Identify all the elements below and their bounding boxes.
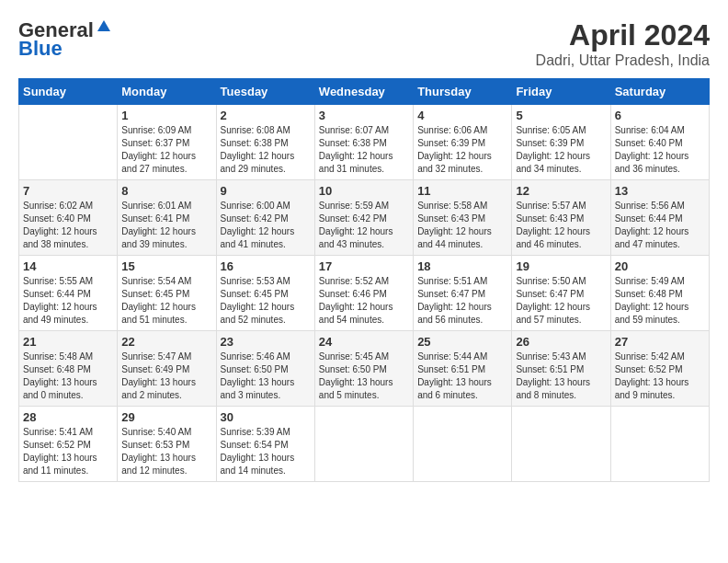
calendar-cell: 11Sunrise: 5:58 AM Sunset: 6:43 PM Dayli… — [414, 180, 512, 256]
calendar-cell: 10Sunrise: 5:59 AM Sunset: 6:42 PM Dayli… — [314, 180, 413, 256]
day-number: 9 — [221, 184, 311, 198]
day-info: Sunrise: 6:00 AM Sunset: 6:42 PM Dayligh… — [221, 200, 311, 251]
day-info: Sunrise: 5:39 AM Sunset: 6:54 PM Dayligh… — [221, 426, 311, 477]
day-info: Sunrise: 6:01 AM Sunset: 6:41 PM Dayligh… — [121, 200, 211, 251]
day-number: 17 — [319, 259, 409, 273]
calendar-cell: 13Sunrise: 5:56 AM Sunset: 6:44 PM Dayli… — [610, 180, 709, 256]
day-number: 24 — [319, 335, 409, 349]
day-info: Sunrise: 6:05 AM Sunset: 6:39 PM Dayligh… — [516, 124, 606, 176]
calendar-cell: 30Sunrise: 5:39 AM Sunset: 6:54 PM Dayli… — [216, 407, 314, 482]
calendar-cell: 2Sunrise: 6:08 AM Sunset: 6:38 PM Daylig… — [216, 105, 314, 180]
day-number: 27 — [615, 335, 705, 349]
day-info: Sunrise: 6:09 AM Sunset: 6:37 PM Dayligh… — [121, 124, 211, 176]
day-number: 11 — [417, 184, 507, 198]
calendar-cell: 18Sunrise: 5:51 AM Sunset: 6:47 PM Dayli… — [414, 256, 512, 331]
day-info: Sunrise: 5:49 AM Sunset: 6:48 PM Dayligh… — [615, 275, 705, 327]
day-info: Sunrise: 6:04 AM Sunset: 6:40 PM Dayligh… — [615, 124, 705, 176]
calendar-cell: 23Sunrise: 5:46 AM Sunset: 6:50 PM Dayli… — [216, 331, 314, 407]
header-day-wednesday: Wednesday — [314, 79, 413, 105]
header-day-monday: Monday — [118, 79, 216, 105]
calendar-cell: 3Sunrise: 6:07 AM Sunset: 6:38 PM Daylig… — [314, 105, 413, 180]
day-number: 25 — [417, 335, 507, 349]
day-number: 22 — [121, 335, 211, 349]
day-number: 28 — [23, 410, 113, 424]
calendar-cell: 4Sunrise: 6:06 AM Sunset: 6:39 PM Daylig… — [414, 105, 512, 180]
day-info: Sunrise: 5:57 AM Sunset: 6:43 PM Dayligh… — [516, 200, 606, 251]
day-number: 13 — [615, 184, 705, 198]
day-info: Sunrise: 5:43 AM Sunset: 6:51 PM Dayligh… — [516, 350, 606, 402]
calendar-header-row: SundayMondayTuesdayWednesdayThursdayFrid… — [19, 79, 710, 105]
day-info: Sunrise: 5:54 AM Sunset: 6:45 PM Dayligh… — [121, 275, 211, 327]
day-number: 20 — [615, 259, 705, 273]
logo-icon — [96, 18, 112, 35]
day-info: Sunrise: 5:53 AM Sunset: 6:45 PM Dayligh… — [221, 275, 311, 327]
calendar-cell: 19Sunrise: 5:50 AM Sunset: 6:47 PM Dayli… — [512, 256, 610, 331]
page-title: April 2024 — [536, 18, 710, 52]
logo: General Blue — [18, 18, 112, 61]
calendar-cell — [610, 407, 709, 482]
day-info: Sunrise: 6:07 AM Sunset: 6:38 PM Dayligh… — [319, 124, 409, 176]
calendar-cell: 29Sunrise: 5:40 AM Sunset: 6:53 PM Dayli… — [118, 407, 216, 482]
header-day-saturday: Saturday — [610, 79, 709, 105]
week-row-1: 1Sunrise: 6:09 AM Sunset: 6:37 PM Daylig… — [19, 105, 710, 180]
day-number: 2 — [221, 109, 311, 122]
day-info: Sunrise: 5:40 AM Sunset: 6:53 PM Dayligh… — [121, 426, 211, 477]
calendar-cell: 6Sunrise: 6:04 AM Sunset: 6:40 PM Daylig… — [610, 105, 709, 180]
week-row-2: 7Sunrise: 6:02 AM Sunset: 6:40 PM Daylig… — [19, 180, 710, 256]
calendar-cell: 7Sunrise: 6:02 AM Sunset: 6:40 PM Daylig… — [19, 180, 118, 256]
week-row-4: 21Sunrise: 5:48 AM Sunset: 6:48 PM Dayli… — [19, 331, 710, 407]
calendar-cell: 1Sunrise: 6:09 AM Sunset: 6:37 PM Daylig… — [118, 105, 216, 180]
calendar-cell: 20Sunrise: 5:49 AM Sunset: 6:48 PM Dayli… — [610, 256, 709, 331]
calendar-cell: 26Sunrise: 5:43 AM Sunset: 6:51 PM Dayli… — [512, 331, 610, 407]
day-info: Sunrise: 5:55 AM Sunset: 6:44 PM Dayligh… — [23, 275, 113, 327]
calendar-cell: 16Sunrise: 5:53 AM Sunset: 6:45 PM Dayli… — [216, 256, 314, 331]
day-number: 26 — [516, 335, 606, 349]
day-info: Sunrise: 5:42 AM Sunset: 6:52 PM Dayligh… — [615, 350, 705, 402]
day-number: 18 — [417, 259, 507, 273]
calendar-cell — [19, 105, 118, 180]
header-day-thursday: Thursday — [414, 79, 512, 105]
header-day-sunday: Sunday — [19, 79, 118, 105]
calendar-cell: 9Sunrise: 6:00 AM Sunset: 6:42 PM Daylig… — [216, 180, 314, 256]
calendar-cell: 14Sunrise: 5:55 AM Sunset: 6:44 PM Dayli… — [19, 256, 118, 331]
day-number: 23 — [221, 335, 311, 349]
day-info: Sunrise: 5:50 AM Sunset: 6:47 PM Dayligh… — [516, 275, 606, 327]
day-info: Sunrise: 5:48 AM Sunset: 6:48 PM Dayligh… — [23, 350, 113, 402]
page-subtitle: Dadri, Uttar Pradesh, India — [536, 52, 710, 69]
day-number: 30 — [221, 410, 311, 424]
day-info: Sunrise: 5:56 AM Sunset: 6:44 PM Dayligh… — [615, 200, 705, 251]
day-number: 1 — [121, 109, 211, 122]
calendar-cell: 27Sunrise: 5:42 AM Sunset: 6:52 PM Dayli… — [610, 331, 709, 407]
day-number: 29 — [121, 410, 211, 424]
calendar-cell — [414, 407, 512, 482]
day-info: Sunrise: 5:52 AM Sunset: 6:46 PM Dayligh… — [319, 275, 409, 327]
calendar-cell — [314, 407, 413, 482]
day-info: Sunrise: 6:08 AM Sunset: 6:38 PM Dayligh… — [221, 124, 311, 176]
calendar-cell: 25Sunrise: 5:44 AM Sunset: 6:51 PM Dayli… — [414, 331, 512, 407]
day-info: Sunrise: 6:06 AM Sunset: 6:39 PM Dayligh… — [417, 124, 507, 176]
calendar-cell: 12Sunrise: 5:57 AM Sunset: 6:43 PM Dayli… — [512, 180, 610, 256]
day-info: Sunrise: 5:44 AM Sunset: 6:51 PM Dayligh… — [417, 350, 507, 402]
calendar-cell: 22Sunrise: 5:47 AM Sunset: 6:49 PM Dayli… — [118, 331, 216, 407]
day-info: Sunrise: 5:41 AM Sunset: 6:52 PM Dayligh… — [23, 426, 113, 477]
day-info: Sunrise: 5:59 AM Sunset: 6:42 PM Dayligh… — [319, 200, 409, 251]
day-number: 3 — [319, 109, 409, 122]
calendar-cell: 21Sunrise: 5:48 AM Sunset: 6:48 PM Dayli… — [19, 331, 118, 407]
calendar-body: 1Sunrise: 6:09 AM Sunset: 6:37 PM Daylig… — [19, 105, 710, 482]
calendar-cell: 24Sunrise: 5:45 AM Sunset: 6:50 PM Dayli… — [314, 331, 413, 407]
day-number: 10 — [319, 184, 409, 198]
day-info: Sunrise: 6:02 AM Sunset: 6:40 PM Dayligh… — [23, 200, 113, 251]
day-number: 7 — [23, 184, 113, 198]
day-number: 14 — [23, 259, 113, 273]
title-area: April 2024 Dadri, Uttar Pradesh, India — [536, 18, 710, 69]
day-number: 5 — [516, 109, 606, 122]
day-number: 6 — [615, 109, 705, 122]
day-number: 21 — [23, 335, 113, 349]
day-number: 19 — [516, 259, 606, 273]
day-number: 12 — [516, 184, 606, 198]
week-row-5: 28Sunrise: 5:41 AM Sunset: 6:52 PM Dayli… — [19, 407, 710, 482]
header-day-tuesday: Tuesday — [216, 79, 314, 105]
day-info: Sunrise: 5:51 AM Sunset: 6:47 PM Dayligh… — [417, 275, 507, 327]
day-number: 8 — [121, 184, 211, 198]
day-info: Sunrise: 5:47 AM Sunset: 6:49 PM Dayligh… — [121, 350, 211, 402]
